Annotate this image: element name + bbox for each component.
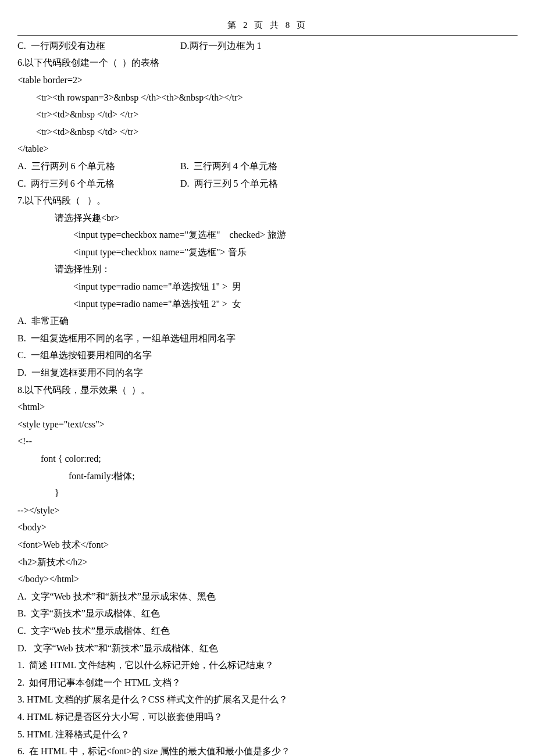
short-q4: 4. HTML 标记是否区分大小写，可以嵌套使用吗？: [17, 708, 518, 726]
short-q2: 2. 如何用记事本创建一个 HTML 文档？: [17, 674, 518, 691]
code-line: <font>Web 技术</font>: [17, 536, 518, 554]
option-b: B. 一组复选框用不同的名字，一组单选钮用相同名字: [17, 330, 518, 347]
short-q6: 6. 在 HTML 中，标记<font>的 size 属性的最大值和最小值是多少…: [17, 743, 518, 756]
option-a: A. 非常正确: [17, 312, 518, 330]
option-d: D. 一组复选框要用不同的名字: [17, 364, 518, 381]
option-b: B. 文字“新技术”显示成楷体、红色: [17, 605, 518, 622]
option-a: A. 三行两列 6 个单元格: [17, 158, 180, 175]
code-line: <input type=radio name="单选按钮 1" > 男: [17, 278, 518, 295]
code-line: </table>: [17, 140, 518, 158]
page-header: 第 2 页 共 8 页: [0, 0, 535, 34]
option-a: A. 文字“Web 技术”和“新技术”显示成宋体、黑色: [17, 588, 518, 605]
code-line: </body></html>: [17, 570, 518, 588]
code-line: <input type=checkbox name="复选框" checked>…: [17, 226, 518, 244]
code-line: --></style>: [17, 502, 518, 519]
option-d: D.两行一列边框为 1: [180, 37, 262, 55]
code-line: 请选择兴趣<br>: [17, 209, 518, 227]
code-line: <tr><th rowspan=3>&nbsp </th><th>&nbsp</…: [17, 89, 518, 106]
q6-options-row2: C. 两行三列 6 个单元格 D. 两行三列 5 个单元格: [17, 175, 518, 192]
option-c: C. 一行两列没有边框: [17, 37, 180, 55]
code-line: <body>: [17, 519, 518, 536]
code-line: <!--: [17, 433, 518, 450]
option-c: C. 文字“Web 技术”显示成楷体、红色: [17, 622, 518, 640]
option-d: D. 文字“Web 技术”和“新技术”显示成楷体、红色: [17, 640, 518, 657]
code-line: font-family:楷体;: [17, 468, 518, 485]
code-line: <h2>新技术</h2>: [17, 554, 518, 571]
code-line: <input type=checkbox name="复选框"> 音乐: [17, 244, 518, 261]
q8-stem: 8.以下代码段，显示效果（ ）。: [17, 381, 518, 399]
code-line: <tr><td>&nbsp </td> </tr>: [17, 106, 518, 123]
short-q1: 1. 简述 HTML 文件结构，它以什么标记开始，什么标记结束？: [17, 657, 518, 674]
code-line: <html>: [17, 398, 518, 416]
code-line: <input type=radio name="单选按钮 2" > 女: [17, 295, 518, 313]
q7-stem: 7.以下代码段（ ）。: [17, 192, 518, 209]
option-c: C. 两行三列 6 个单元格: [17, 175, 180, 192]
code-line: 请选择性别：: [17, 261, 518, 278]
option-b: B. 三行两列 4 个单元格: [180, 158, 277, 175]
code-line: <style type="text/css">: [17, 416, 518, 433]
q6-stem: 6.以下代码段创建一个（ ）的表格: [17, 54, 518, 72]
option-d: D. 两行三列 5 个单元格: [180, 175, 278, 192]
q5-options: C. 一行两列没有边框 D.两行一列边框为 1: [17, 37, 518, 55]
code-line: <tr><td>&nbsp </td> </tr>: [17, 123, 518, 141]
code-line: <table border=2>: [17, 72, 518, 89]
short-q3: 3. HTML 文档的扩展名是什么？CSS 样式文件的扩展名又是什么？: [17, 691, 518, 708]
code-line: font { color:red;: [17, 450, 518, 468]
short-q5: 5. HTML 注释格式是什么？: [17, 726, 518, 743]
option-c: C. 一组单选按钮要用相同的名字: [17, 347, 518, 364]
q6-options-row1: A. 三行两列 6 个单元格 B. 三行两列 4 个单元格: [17, 158, 518, 175]
code-line: }: [17, 484, 518, 502]
body-content: C. 一行两列没有边框 D.两行一列边框为 1 6.以下代码段创建一个（ ）的表…: [0, 36, 535, 756]
